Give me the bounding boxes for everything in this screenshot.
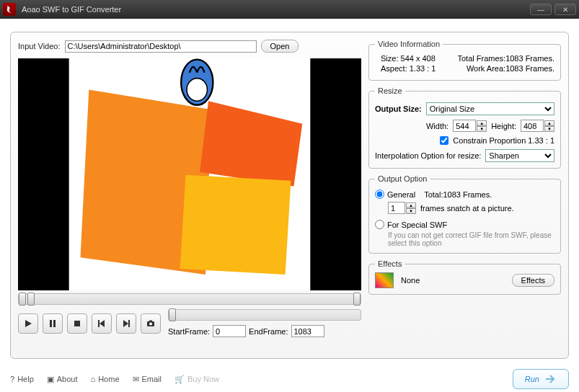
video-info-legend: Video Information <box>375 40 443 48</box>
open-button[interactable]: Open <box>261 40 299 53</box>
end-frame-field[interactable] <box>291 325 324 337</box>
footer: ?Help ▣About ⌂Home ✉Email 🛒Buy Now Run <box>0 363 579 392</box>
start-frame-label: StartFrame: <box>168 327 210 336</box>
info-icon: ▣ <box>47 375 54 384</box>
constrain-checkbox[interactable] <box>440 136 448 145</box>
output-legend: Output Option <box>375 174 430 183</box>
width-down[interactable]: ▼ <box>477 126 487 132</box>
size-value: 544 x 408 <box>401 54 436 63</box>
aspect-value: 1.33 : 1 <box>410 64 436 73</box>
play-button[interactable] <box>18 313 38 334</box>
effects-button[interactable]: Effects <box>512 274 554 287</box>
resize-legend: Resize <box>375 86 405 95</box>
special-label: For Special SWF <box>387 220 447 229</box>
video-info-group: Video Information Size: 544 x 408 Total … <box>368 40 561 81</box>
svg-rect-10 <box>74 321 80 326</box>
height-down[interactable]: ▼ <box>544 126 554 132</box>
total-frames-label: Total:1083 Frames. <box>424 190 492 199</box>
mail-icon: ✉ <box>133 375 139 384</box>
slider-thumb-playhead[interactable] <box>27 293 35 306</box>
special-hint: If you can not get correct GIF file from… <box>388 231 554 247</box>
general-label: General <box>387 190 415 199</box>
general-radio[interactable] <box>375 190 384 199</box>
snapshot-button[interactable] <box>141 313 161 334</box>
svg-marker-11 <box>100 320 105 327</box>
resize-group: Resize Output Size: Original Size Width:… <box>368 86 561 169</box>
height-up[interactable]: ▲ <box>544 120 554 126</box>
svg-rect-12 <box>98 320 100 327</box>
video-preview <box>18 58 361 290</box>
output-option-group: Output Option General Total:1083 Frames.… <box>368 174 561 254</box>
interp-select[interactable]: Sharpen <box>485 149 554 162</box>
email-link[interactable]: ✉Email <box>133 375 162 384</box>
snatch-field[interactable] <box>388 202 405 214</box>
progress-thumb[interactable] <box>169 308 176 321</box>
next-frame-button[interactable] <box>116 313 136 334</box>
width-up[interactable]: ▲ <box>477 120 487 126</box>
constrain-label: Constrain Proportion 1.33 : 1 <box>453 136 554 145</box>
effects-legend: Effects <box>375 259 405 268</box>
buy-link[interactable]: 🛒Buy Now <box>174 375 219 384</box>
snatch-up[interactable]: ▲ <box>406 202 416 208</box>
end-frame-label: EndFrame: <box>249 327 288 336</box>
slider-thumb-end[interactable] <box>353 293 361 306</box>
snatch-down[interactable]: ▼ <box>406 208 416 214</box>
effects-group: Effects None Effects <box>368 259 561 295</box>
titlebar: Aoao SWF to GIF Converter — ✕ <box>0 0 579 19</box>
stop-button[interactable] <box>67 313 87 334</box>
output-size-select[interactable]: Original Size <box>426 102 554 115</box>
main-panel: Input Video: Open <box>10 32 569 359</box>
width-field[interactable] <box>453 120 476 132</box>
work-value: 1083 Frames. <box>505 64 554 73</box>
home-icon: ⌂ <box>91 375 96 383</box>
start-frame-field[interactable] <box>213 325 246 337</box>
interp-label: Interpolation Option for resize: <box>375 151 481 160</box>
help-link[interactable]: ?Help <box>10 375 34 383</box>
height-label: Height: <box>491 122 516 130</box>
svg-rect-9 <box>53 320 56 327</box>
svg-marker-13 <box>123 320 128 327</box>
input-video-label: Input Video: <box>18 42 61 50</box>
window-title: Aoao SWF to GIF Converter <box>22 5 121 14</box>
special-radio[interactable] <box>375 220 384 229</box>
app-logo-icon <box>3 3 16 16</box>
about-link[interactable]: ▣About <box>47 375 78 384</box>
run-button[interactable]: Run <box>513 369 569 389</box>
width-label: Width: <box>426 122 448 130</box>
svg-point-16 <box>149 323 152 326</box>
svg-marker-7 <box>25 320 32 327</box>
prev-frame-button[interactable] <box>92 313 112 334</box>
svg-marker-4 <box>180 175 291 275</box>
home-link[interactable]: ⌂Home <box>91 375 120 383</box>
svg-point-6 <box>187 79 207 102</box>
snatch-label: frames snatch at a picture. <box>420 204 514 213</box>
effect-thumbnail-icon <box>375 272 394 288</box>
work-label: Work Area: <box>467 64 505 73</box>
progress-slider[interactable] <box>168 309 361 321</box>
frames-value: 1083 Frames. <box>505 54 554 63</box>
svg-rect-8 <box>50 320 52 327</box>
pause-button[interactable] <box>43 313 63 334</box>
help-icon: ? <box>10 375 14 383</box>
size-label: Size: <box>381 54 398 63</box>
cart-icon: 🛒 <box>174 375 185 384</box>
svg-rect-17 <box>149 321 152 322</box>
effect-value: None <box>401 276 420 285</box>
aspect-label: Aspect: <box>381 64 407 73</box>
input-video-field[interactable] <box>65 40 257 53</box>
height-field[interactable] <box>521 120 544 132</box>
timeline-slider[interactable] <box>18 293 361 305</box>
output-size-label: Output Size: <box>375 104 422 113</box>
minimize-button[interactable]: — <box>530 4 552 15</box>
frames-label: Total Frames: <box>457 54 505 63</box>
close-button[interactable]: ✕ <box>554 4 576 15</box>
svg-rect-14 <box>128 320 130 327</box>
slider-thumb-start[interactable] <box>19 293 26 306</box>
